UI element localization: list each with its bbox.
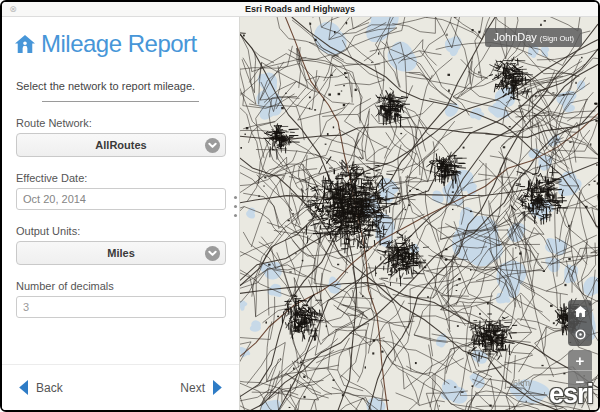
scalebar-label: 6km [513,378,530,388]
panel-resize-grip[interactable] [234,196,237,217]
plus-icon: + [576,353,585,368]
esri-logo: esri [549,379,593,410]
map-locate-button[interactable] [568,323,592,346]
map-view[interactable]: JohnDay (Sign Out) + [240,17,598,410]
chevron-down-icon [205,246,220,261]
map-home-button[interactable] [568,300,592,323]
subtitle-divider [42,101,199,102]
window-titlebar: ⊗ Esri Roads and Highways [2,2,598,17]
window-circle-x-icon[interactable]: ⊗ [8,4,18,14]
route-network-dropdown[interactable]: AllRoutes [16,133,226,157]
back-label: Back [36,381,63,395]
effective-date-input[interactable] [16,188,226,210]
output-units-value: Miles [107,247,135,259]
locate-icon [574,328,587,341]
home-icon [14,34,36,54]
zoom-in-button[interactable]: + [568,350,592,371]
page-title: Mileage Report [41,30,197,58]
chevron-left-icon [18,380,29,395]
user-name: JohnDay [493,31,536,43]
output-units-dropdown[interactable]: Miles [16,241,226,265]
effective-date-label: Effective Date: [16,172,239,184]
chevron-down-icon [205,138,220,153]
app-window: ⊗ Esri Roads and Highways Mileage Report… [0,0,600,412]
route-network-label: Route Network: [16,117,239,129]
basemap-canvas[interactable] [240,17,598,410]
mileage-report-panel: Mileage Report Select the network to rep… [2,17,240,410]
panel-subtitle: Select the network to report mileage. [16,80,239,92]
window-title: Esri Roads and Highways [245,4,355,14]
sign-out-link[interactable]: (Sign Out) [540,34,574,43]
wizard-footer: Back Next [2,364,239,410]
decimals-input[interactable] [16,296,226,318]
chevron-right-icon [212,380,223,395]
panel-header: Mileage Report [14,30,239,58]
scalebar [460,392,545,396]
output-units-label: Output Units: [16,225,239,237]
home-icon [574,305,587,318]
route-network-value: AllRoutes [95,139,146,151]
user-badge[interactable]: JohnDay (Sign Out) [485,28,582,47]
back-button[interactable]: Back [18,380,63,395]
decimals-label: Number of decimals [16,280,239,292]
next-button[interactable]: Next [180,380,223,395]
next-label: Next [180,381,205,395]
